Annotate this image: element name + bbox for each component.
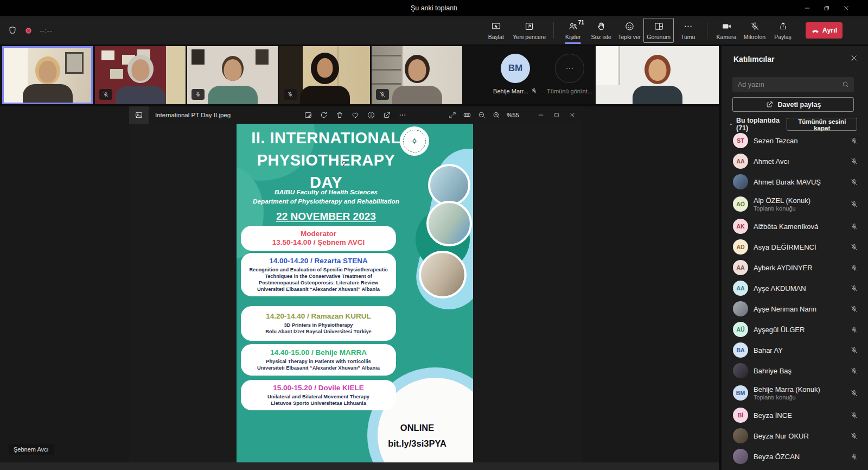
toolbar-button-tumu[interactable]: Tümü xyxy=(674,16,702,45)
favorite-button[interactable] xyxy=(351,111,360,119)
mic-off-icon[interactable] xyxy=(850,264,858,272)
share-button[interactable] xyxy=(382,111,391,119)
teams-meeting-window: Şu anki toplantı --:-- BaşlatYeni pencer… xyxy=(0,0,868,470)
video-tile[interactable] xyxy=(2,46,93,104)
edit-image-button[interactable] xyxy=(304,111,312,119)
mic-off-icon[interactable] xyxy=(850,305,858,313)
mute-all-button[interactable]: Tümünün sesini kapat xyxy=(787,118,857,131)
toolbar-button-soz-iste[interactable]: Söz iste xyxy=(587,16,615,45)
camera-icon xyxy=(722,21,732,32)
restore-button[interactable] xyxy=(817,0,837,16)
participant-row[interactable]: Bahriye Baş xyxy=(722,360,868,381)
participant-row[interactable]: AÜAyşegül ÜLGER xyxy=(722,319,868,340)
mic-off-icon[interactable] xyxy=(850,453,858,461)
viewer-window-controls xyxy=(537,106,576,124)
chevron-down-icon[interactable] xyxy=(728,122,734,128)
participant-row[interactable]: Ayşe Neriman Narin xyxy=(722,298,868,319)
zoom-in-button[interactable] xyxy=(492,111,501,119)
mic-off-icon[interactable] xyxy=(850,243,858,251)
delete-button[interactable] xyxy=(335,111,344,119)
mic-off-icon xyxy=(376,89,389,100)
mic-off-icon xyxy=(99,89,112,100)
mic-off-icon[interactable] xyxy=(850,178,858,186)
participants-panel: Katılımcılar Daveti paylaş Bu toplantıda… xyxy=(722,46,868,470)
participant-row[interactable]: Beyza Nur OKUR xyxy=(722,425,868,446)
participant-row[interactable]: Beyza ÖZCAN xyxy=(722,446,868,467)
close-button[interactable] xyxy=(837,0,856,16)
panel-title: Katılımcılar xyxy=(733,55,774,63)
meeting-status: --:-- xyxy=(8,16,53,45)
toolbar-button-mikrofon[interactable]: Mikrofon xyxy=(741,16,769,45)
viewer-close-button[interactable] xyxy=(569,111,576,119)
mic-off-icon[interactable] xyxy=(850,200,858,208)
filmstrip-button[interactable] xyxy=(463,111,471,119)
toolbar-button-kisiler[interactable]: 71Kişiler xyxy=(559,16,587,45)
session-card: Moderator13.50-14.00 / Şebnem AVCI xyxy=(241,226,396,251)
mic-off-icon[interactable] xyxy=(850,223,858,231)
zoom-out-button[interactable] xyxy=(477,111,486,119)
mic-off-icon[interactable] xyxy=(850,284,858,293)
viewer-maximize-button[interactable] xyxy=(553,111,560,119)
mic-off-icon[interactable] xyxy=(850,389,858,397)
avatar: BM xyxy=(501,54,530,83)
minimize-button[interactable] xyxy=(797,0,817,16)
toolbar-button-tepki-ver[interactable]: Tepki ver xyxy=(615,16,643,45)
participant-row[interactable]: Ahmet Burak MAVUŞ xyxy=(722,172,868,192)
participant-name: Bahar AY xyxy=(754,346,783,354)
viewer-minimize-button[interactable] xyxy=(537,111,545,119)
toolbar-divider xyxy=(707,22,707,39)
session-heading: 14.00-14.20 / Rezarta STENA xyxy=(246,257,391,265)
participant-row[interactable]: AAAyberk AYDINYER xyxy=(722,257,868,278)
participant-name: Ayşe AKDUMAN xyxy=(754,284,806,293)
leave-button[interactable]: Ayrıl xyxy=(806,22,843,39)
participant-row[interactable]: AÖAlp ÖZEL (Konuk)Toplantı konuğu xyxy=(722,192,868,216)
participant-row[interactable]: AAAhmet Avcı xyxy=(722,151,868,172)
mic-off-icon[interactable] xyxy=(850,346,858,354)
avatar: AK xyxy=(733,219,748,234)
toolbar-button-baslat[interactable]: Başlat xyxy=(482,16,510,45)
view-all-label: Tümünü görünt... xyxy=(540,88,599,94)
search-input[interactable] xyxy=(732,77,854,92)
participant-row[interactable]: STSezen Tezcan xyxy=(722,130,868,151)
avatar xyxy=(733,301,748,316)
featured-participant[interactable]: BM Behije Marr... xyxy=(488,46,542,104)
mic-off-icon[interactable] xyxy=(850,411,858,420)
info-button[interactable] xyxy=(367,111,375,119)
toolbar-buttons: BaşlatYeni pencere71KişilerSöz isteTepki… xyxy=(482,16,797,45)
participant-row[interactable]: AAAyşe AKDUMAN xyxy=(722,278,868,298)
shield-icon xyxy=(8,26,17,35)
view-all-button[interactable]: Tümünü görünt... xyxy=(540,46,599,104)
mic-off-icon[interactable] xyxy=(850,367,858,375)
video-tile[interactable] xyxy=(95,46,186,104)
participant-row[interactable]: BABahar AY xyxy=(722,340,868,360)
participant-role: Toplantı konuğu xyxy=(754,205,810,212)
video-tile[interactable] xyxy=(596,46,719,104)
video-tile[interactable] xyxy=(372,46,462,104)
toolbar-button-paylas[interactable]: Paylaş xyxy=(769,16,797,45)
in-meeting-section: Bu toplantıda (71) Tümünün sesini kapat xyxy=(728,118,857,131)
mic-off-icon[interactable] xyxy=(850,326,858,334)
toolbar-button-yeni-pencere[interactable]: Yeni pencere xyxy=(510,16,548,45)
micoff-icon xyxy=(750,21,760,32)
more-options-button[interactable] xyxy=(398,111,407,119)
share-invite-button[interactable]: Daveti paylaş xyxy=(732,97,854,112)
mic-off-icon[interactable] xyxy=(850,157,858,166)
close-panel-icon[interactable] xyxy=(850,54,858,65)
participant-name: Ayberk AYDINYER xyxy=(754,264,813,272)
poster-image: II. INTERNATIONAL PHYSIOTHERAPY DAY BAIB… xyxy=(237,124,473,462)
avatar: AA xyxy=(733,281,748,296)
mic-off-icon[interactable] xyxy=(850,432,858,440)
video-tile[interactable] xyxy=(187,46,278,104)
session-heading: 14.40-15.00 / Behije MARRA xyxy=(246,348,391,357)
participant-row[interactable]: BİBeyza İNCE xyxy=(722,405,868,425)
fullscreen-button[interactable] xyxy=(448,111,457,119)
participant-row[interactable]: AKAlžběta Kameníková xyxy=(722,216,868,237)
toolbar-button-kamera[interactable]: Kamera xyxy=(712,16,741,45)
rotate-button[interactable] xyxy=(320,111,328,119)
participant-row[interactable]: ADAsya DEĞİRMENCİ xyxy=(722,237,868,257)
video-tile[interactable] xyxy=(279,46,370,104)
participant-row[interactable]: BMBehije Marra (Konuk)Toplantı konuğu xyxy=(722,381,868,405)
mic-off-icon[interactable] xyxy=(850,137,858,145)
participant-name: Ayşegül ÜLGER xyxy=(754,326,805,334)
toolbar-button-gorunum[interactable]: Görünüm xyxy=(643,18,674,43)
